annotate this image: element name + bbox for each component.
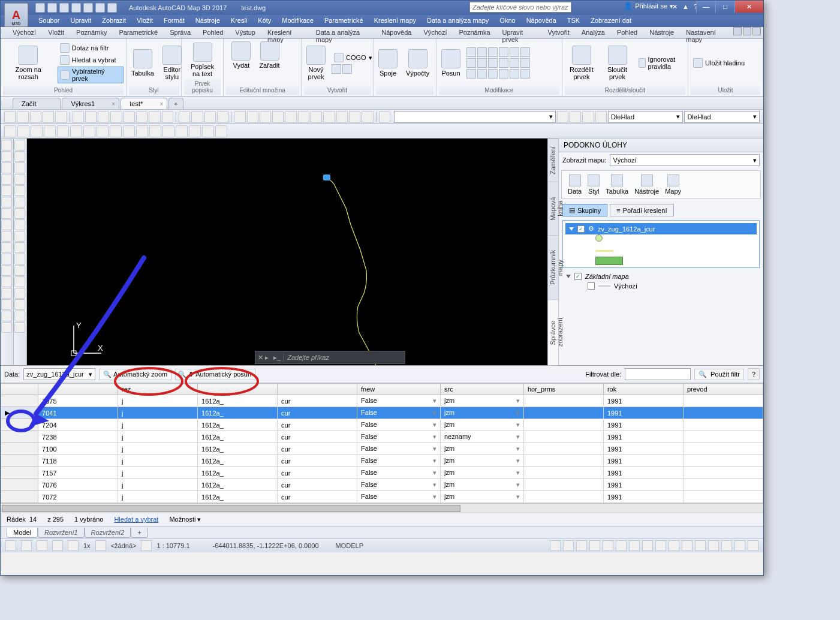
calculations-button[interactable]: Výpočty [404,48,432,78]
toolbar-icon[interactable] [162,111,173,123]
search-input[interactable] [469,2,571,13]
ribbon-tab[interactable]: Pohled [197,27,229,38]
qat-open-icon[interactable] [47,3,57,13]
status-icon[interactable] [748,540,758,551]
toolbar-icon[interactable] [44,125,56,137]
mirror-icon[interactable] [14,162,25,173]
layout-tab[interactable]: Rozvržení2 [85,528,131,538]
edit-icon[interactable] [286,40,296,50]
toolbar-icon[interactable] [31,125,43,137]
table-row[interactable]: 7118j1612a_curFalse▾jzm▾1991 [1,455,763,467]
close-tab-icon[interactable]: × [112,101,115,107]
data-grid[interactable]: rezfnewsrchor_prmsrokprevod7075j1612a_cu… [1,383,763,503]
status-icon[interactable] [563,540,574,551]
toolbar-icon[interactable] [202,125,214,137]
status-icon[interactable] [629,540,640,551]
status-icon[interactable] [721,540,732,551]
find-select-link[interactable]: Hledat a vybrat [114,516,158,523]
explode-icon[interactable] [14,311,25,321]
joins-button[interactable]: Spoje [376,48,400,78]
toolbar-icon[interactable] [285,111,296,123]
toolbar-icon[interactable] [162,125,174,137]
task-tool-tabulka[interactable]: Tabulka [606,174,628,195]
column-header[interactable]: fnew [357,384,441,395]
status-icon[interactable] [576,540,587,551]
qat-undo-icon[interactable] [95,3,105,13]
mod-icon[interactable] [477,58,487,68]
close-tab-icon[interactable]: × [159,101,163,107]
layer-item[interactable]: ✓ ⚙ zv_zug_1612a_jcur [565,223,757,234]
menu-okno[interactable]: Okno [494,15,520,27]
qat-save-icon[interactable] [59,3,69,13]
ribbon-tab[interactable]: Vytvořit [542,27,576,38]
layer-combo[interactable]: ▾ [394,111,556,123]
zoom-extents-button[interactable]: Zoom na rozsah [3,44,54,82]
point-icon[interactable] [1,231,12,242]
stretch-icon[interactable] [14,231,25,242]
offset-icon[interactable] [14,174,25,185]
join-icon[interactable] [14,276,25,287]
menu-vložit[interactable]: Vložit [131,15,158,27]
toolbar-icon[interactable] [272,111,284,123]
app-menu-button[interactable]: AM3D [4,3,28,27]
mod-icon[interactable] [510,47,519,57]
menu-tsk[interactable]: TSK [562,15,585,27]
new-tab-button[interactable]: + [168,98,183,109]
ribbon-tab[interactable]: Správa [164,27,197,38]
ribbon-tab[interactable]: Upravit prvek [496,27,542,38]
toolbar-icon[interactable] [110,125,122,137]
toolbar-icon[interactable] [349,111,360,123]
toolbar-icon[interactable] [97,125,109,137]
qat-print-icon[interactable] [83,3,93,13]
layout-tab[interactable]: Model [7,528,38,538]
status-icon[interactable] [669,540,679,551]
menu-kóty[interactable]: Kóty [252,15,276,27]
taskpane-vtab[interactable]: Průzkumník mapy [548,235,558,299]
toolbar-icon[interactable] [570,111,581,123]
line-icon[interactable] [1,140,12,151]
move-icon[interactable] [14,197,25,207]
auto-pan-button[interactable]: ⬍Automatický posun [175,369,255,380]
toolbar-icon[interactable] [83,125,95,137]
table-row[interactable]: ▶7041j1612a_curFalse▾jzm▾1991 [1,407,763,419]
layout-tab[interactable]: Rozvržení1 [38,528,85,538]
donut-icon[interactable] [1,288,12,299]
draw-icon[interactable] [1,322,12,333]
column-header[interactable] [1,384,38,395]
map-select[interactable]: Výchozí▾ [610,154,760,166]
menu-data a analýza mapy[interactable]: Data a analýza mapy [421,15,494,27]
toolbar-icon[interactable] [217,111,228,123]
ellipse-icon[interactable] [1,208,12,219]
table-row[interactable]: 7204j1612a_curFalse▾jzm▾1991 [1,419,763,431]
drawing-canvas[interactable]: Y X ✕ ▸ ▸_ Zadejte příkaz [27,139,547,365]
ribbon-tab[interactable]: Kreslení mapy [261,27,310,38]
menu-soubor[interactable]: Soubor [33,15,65,27]
column-header[interactable] [278,384,357,395]
task-tool-nástroje[interactable]: Nástroje [634,174,659,195]
modify-icon[interactable] [14,322,25,333]
mod-icon[interactable] [488,58,498,68]
circle-icon[interactable] [1,162,12,173]
toolbar-icon[interactable] [136,125,148,137]
column-header[interactable]: prevod [683,384,763,395]
mod-icon[interactable] [520,47,530,57]
find-select-button[interactable]: Hledat a vybrat [58,55,124,65]
selectable-feature-button[interactable]: Vybíratelný prvek [58,67,124,83]
array-icon[interactable] [14,185,25,196]
status-icon[interactable] [21,540,32,551]
color-combo[interactable]: DleHlad▾ [608,111,683,123]
grid-help-icon[interactable]: ? [748,368,760,380]
rect-icon[interactable] [1,185,12,196]
lineweight-combo[interactable]: DleHlad▾ [684,111,759,123]
status-icon[interactable] [655,540,666,551]
toolbar-icon[interactable] [30,111,41,123]
menu-zobrazit[interactable]: Zobrazit [97,15,131,27]
toolbar-icon[interactable] [70,125,82,137]
menu-kresli[interactable]: Kresli [225,15,253,27]
new-feature-button[interactable]: Nový prvek [304,44,328,82]
mod-icon[interactable] [477,47,487,57]
tabs-right-icon[interactable] [743,27,751,35]
grid-options-button[interactable]: Možnosti ▾ [169,516,201,523]
file-tab[interactable]: test*× [121,98,167,109]
command-line[interactable]: ✕ ▸ ▸_ Zadejte příkaz [255,351,405,364]
